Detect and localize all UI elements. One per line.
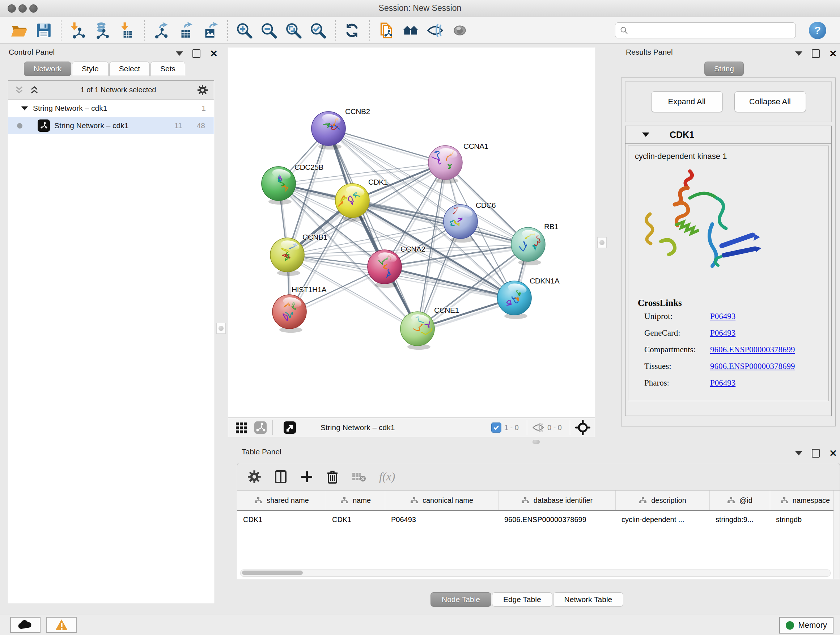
control-tab-sets[interactable]: Sets — [150, 62, 185, 76]
crosslink-link[interactable]: P06493 — [710, 312, 736, 321]
collapse-card-icon[interactable] — [642, 133, 649, 137]
network-node-RB1[interactable]: RB1 — [511, 222, 558, 265]
memory-button[interactable]: Memory — [779, 617, 834, 633]
show-column-icon[interactable] — [274, 470, 287, 484]
expand-all-button[interactable]: Expand All — [651, 91, 723, 112]
network-node-CCNB1[interactable]: CCNB1 — [270, 233, 327, 276]
open-in-cloud-document-icon[interactable] — [376, 19, 396, 41]
right-splitter-handle[interactable] — [597, 237, 607, 248]
export-network-icon[interactable] — [150, 19, 172, 41]
hide-selected-eye-slash-icon[interactable] — [425, 19, 446, 41]
panel-close-icon[interactable]: ✕ — [829, 50, 837, 57]
network-view-toolbar: String Network – cdk1 1 - 0 0 - 0 — [228, 418, 595, 437]
collection-expand-icon[interactable] — [21, 106, 28, 111]
search-input[interactable] — [628, 26, 796, 35]
toolbar-search-box[interactable] — [615, 22, 796, 38]
network-node-CCNB2[interactable]: CCNB2 — [311, 107, 370, 149]
string-network-graph[interactable]: CCNB2CCNA1CDC25BCDK1CDC6RB1CCNB1CCNA2CDK… — [228, 48, 595, 417]
panel-float-icon[interactable] — [193, 49, 201, 58]
export-table-icon[interactable] — [175, 19, 196, 41]
network-node-count: 11 — [174, 121, 182, 130]
zoom-in-icon[interactable] — [234, 19, 255, 41]
horizontal-splitter-handle[interactable] — [532, 440, 540, 444]
column-header-canonical-name[interactable]: canonical name — [385, 491, 499, 510]
column-header-database-identifier[interactable]: database identifier — [499, 491, 616, 510]
import-network-icon[interactable] — [67, 19, 88, 41]
warnings-button[interactable] — [46, 617, 77, 633]
pan-crosshair-icon[interactable] — [575, 420, 591, 435]
left-splitter-handle[interactable] — [216, 323, 226, 334]
refresh-icon[interactable] — [341, 19, 363, 41]
toolbar-separator — [369, 20, 370, 41]
table-vertical-scrollbar[interactable] — [834, 491, 840, 579]
hidden-eye-slash-icon[interactable] — [532, 421, 545, 434]
create-column-icon[interactable] — [300, 470, 313, 483]
crosslink-link[interactable]: P06493 — [710, 328, 736, 338]
column-header-namespace[interactable]: namespace — [770, 491, 840, 510]
zoom-fit-icon[interactable] — [283, 19, 304, 41]
panel-close-icon[interactable]: ✕ — [210, 50, 218, 57]
control-tab-style[interactable]: Style — [72, 62, 109, 76]
network-selection-status: 1 of 1 Network selected — [39, 86, 197, 94]
panel-float-icon[interactable] — [812, 49, 820, 58]
table-tab-node-table[interactable]: Node Table — [431, 592, 491, 607]
table-tab-network-table[interactable]: Network Table — [553, 592, 624, 607]
collapse-all-button[interactable]: Collapse All — [734, 91, 806, 112]
delete-table-icon[interactable] — [352, 471, 366, 483]
export-image-icon[interactable] — [200, 19, 221, 41]
import-network-from-database-icon[interactable] — [92, 19, 113, 41]
crosslink-link[interactable]: P06493 — [710, 378, 736, 388]
column-header-name[interactable]: name — [326, 491, 385, 510]
crosslink-link[interactable]: 9606.ENSP00000378699 — [710, 362, 795, 371]
network-node-HIST1H1A[interactable]: HIST1H1A — [272, 285, 327, 333]
import-table-icon[interactable] — [117, 19, 137, 41]
network-canvas[interactable]: CCNB2CCNA1CDC25BCDK1CDC6RB1CCNB1CCNA2CDK… — [228, 47, 595, 418]
panel-menu-icon[interactable] — [795, 51, 802, 56]
control-tab-select[interactable]: Select — [109, 62, 150, 76]
birdseye-view-icon[interactable] — [283, 421, 297, 434]
collapse-all-icon[interactable] — [14, 86, 24, 95]
table-options-gear-icon[interactable] — [248, 470, 261, 484]
network-collection-row[interactable]: String Network – cdk1 1 — [8, 100, 214, 117]
cloud-status-button[interactable] — [10, 617, 41, 633]
save-session-icon[interactable] — [33, 19, 54, 41]
crosslink-link[interactable]: 9606.ENSP00000378699 — [710, 345, 795, 355]
delete-column-icon[interactable] — [326, 470, 339, 484]
table-tab-edge-table[interactable]: Edge Table — [492, 592, 553, 607]
selected-checkbox-icon[interactable] — [491, 423, 501, 432]
toolbar-separator — [227, 20, 228, 41]
panel-menu-icon[interactable] — [176, 51, 183, 56]
zoom-out-icon[interactable] — [258, 19, 279, 41]
protein-card-header[interactable]: CDK1 — [625, 126, 831, 144]
collection-count: 1 — [202, 104, 206, 112]
network-row[interactable]: String Network – cdk1 11 48 — [8, 117, 214, 134]
expand-all-icon[interactable] — [29, 86, 39, 95]
help-icon[interactable]: ? — [809, 22, 826, 39]
zoom-selected-icon[interactable] — [308, 19, 328, 41]
network-options-gear-icon[interactable] — [197, 85, 208, 96]
crosslink-row: GeneCard:P06493 — [638, 325, 795, 341]
column-header-description[interactable]: description — [616, 491, 710, 510]
column-header--id[interactable]: @id — [710, 491, 770, 510]
table-cell: CDK1 — [237, 516, 326, 524]
panel-menu-icon[interactable] — [795, 451, 802, 455]
show-all-eye-icon[interactable] — [449, 19, 470, 41]
table-row[interactable]: CDK1CDK1P064939606.ENSP00000378699cyclin… — [237, 511, 840, 528]
network-view-mode-icon[interactable] — [254, 421, 267, 434]
protein-description: cyclin-dependent kinase 1 — [635, 152, 829, 161]
home-icon[interactable] — [400, 19, 421, 41]
results-tab-string[interactable]: String — [704, 62, 745, 76]
scrollbar-thumb[interactable] — [242, 570, 303, 575]
function-builder-icon[interactable]: f(x) — [379, 470, 395, 483]
network-node-CDK1[interactable]: CDK1 — [335, 178, 388, 222]
column-type-icon — [410, 497, 418, 504]
toolbar-separator — [272, 420, 273, 435]
table-horizontal-scrollbar[interactable] — [240, 570, 831, 577]
control-tab-network[interactable]: Network — [24, 62, 71, 76]
network-node-CDKN1A[interactable]: CDKN1A — [497, 277, 560, 319]
grid-view-icon[interactable] — [235, 421, 248, 434]
panel-float-icon[interactable] — [812, 449, 820, 458]
panel-close-icon[interactable]: ✕ — [829, 450, 837, 457]
open-session-icon[interactable] — [9, 19, 30, 41]
column-header-shared-name[interactable]: shared name — [237, 491, 326, 510]
